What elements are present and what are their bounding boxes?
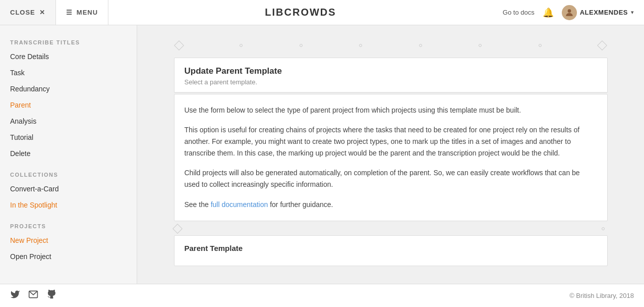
description-para-3: Child projects will also be generated au… (185, 167, 597, 190)
card-header: Update Parent Template Select a parent t… (174, 58, 607, 92)
sidebar-item-open-project[interactable]: Open Project (0, 248, 137, 265)
content-area: Update Parent Template Select a parent t… (137, 25, 644, 284)
deco-dot-3 (359, 44, 362, 47)
description-para-4: See the full documentation for further g… (185, 199, 597, 211)
deco-dot-2 (300, 44, 303, 47)
main-layout: TRANSCRIBE TITLES Core Details Task Redu… (0, 25, 644, 284)
close-label: CLOSE (10, 9, 35, 16)
sidebar-item-delete[interactable]: Delete (0, 145, 137, 162)
deco-dot-1 (240, 44, 243, 47)
sidebar-item-redundancy[interactable]: Redundancy (0, 81, 137, 97)
avatar (562, 5, 577, 20)
menu-label: MENU (77, 9, 98, 16)
navbar: CLOSE ✕ ☰ MENU LIBCROWDS Go to docs 🔔 AL… (0, 0, 644, 25)
go-to-docs-link[interactable]: Go to docs (503, 9, 535, 16)
sidebar-item-convert-a-card[interactable]: Convert-a-Card (0, 181, 137, 197)
sidebar-item-parent[interactable]: Parent (0, 97, 137, 113)
footer: © British Library, 2018 (0, 284, 644, 307)
menu-hamburger-icon: ☰ (66, 9, 73, 16)
username-label: ALEXMENDES (580, 9, 628, 16)
svg-point-0 (567, 9, 571, 13)
email-icon[interactable] (28, 289, 38, 302)
parent-template-title: Parent Template (185, 244, 597, 252)
bell-icon[interactable]: 🔔 (543, 7, 554, 18)
brand-logo: LIBCROWDS (108, 7, 493, 18)
card-title: Update Parent Template (185, 66, 597, 76)
sidebar-item-new-project[interactable]: New Project (0, 232, 137, 248)
sidebar-item-tutorial[interactable]: Tutorial (0, 129, 137, 145)
card-subtitle: Select a parent template. (185, 78, 597, 86)
sidebar-item-task[interactable]: Task (0, 65, 137, 81)
card-body: Use the form below to select the type of… (174, 94, 607, 221)
full-documentation-link[interactable]: full documentation (211, 200, 268, 209)
description-card: Use the form below to select the type of… (174, 94, 608, 221)
footer-social-icons (10, 289, 56, 302)
deco-dot-5 (479, 44, 482, 47)
description-para-1: Use the form below to select the type of… (185, 105, 597, 116)
chevron-down-icon: ▾ (631, 9, 634, 16)
sidebar-item-in-the-spotlight[interactable]: In the Spotlight (0, 197, 137, 213)
twitter-icon[interactable] (10, 289, 20, 302)
deco-diamond-left (172, 224, 183, 234)
deco-diamond-2 (597, 40, 607, 50)
sidebar-item-core-details[interactable]: Core Details (0, 48, 137, 65)
deco-top (147, 35, 634, 56)
github-icon[interactable] (46, 289, 56, 302)
sidebar: TRANSCRIBE TITLES Core Details Task Redu… (0, 25, 137, 284)
see-text: See the (185, 200, 211, 209)
deco-middle-row (174, 222, 608, 235)
deco-dot-6 (539, 44, 542, 47)
close-icon: ✕ (39, 9, 45, 16)
parent-template-card: Parent Template (174, 235, 608, 266)
footer-copyright: © British Library, 2018 (569, 292, 634, 299)
navbar-right: Go to docs 🔔 ALEXMENDES ▾ (493, 5, 644, 20)
deco-diamond-1 (174, 40, 184, 50)
after-link-text: for further guidance. (268, 200, 333, 209)
description-para-2: This option is useful for creating chain… (185, 124, 597, 159)
menu-button[interactable]: ☰ MENU (56, 0, 108, 25)
close-button[interactable]: CLOSE ✕ (0, 0, 56, 25)
update-parent-card: Update Parent Template Select a parent t… (174, 58, 608, 93)
sidebar-section-collections: COLLECTIONS (0, 168, 137, 181)
deco-dot-right (602, 227, 605, 230)
sidebar-section-transcribe: TRANSCRIBE TITLES (0, 35, 137, 48)
sidebar-section-projects: PROJECTS (0, 219, 137, 232)
sidebar-item-analysis[interactable]: Analysis (0, 113, 137, 129)
user-avatar-menu[interactable]: ALEXMENDES ▾ (562, 5, 634, 20)
deco-dot-4 (419, 44, 422, 47)
